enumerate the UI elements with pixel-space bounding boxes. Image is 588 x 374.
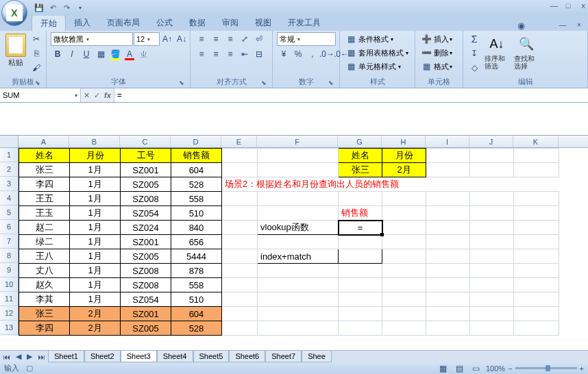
cell[interactable]: 840 bbox=[171, 221, 222, 235]
cell[interactable] bbox=[470, 221, 514, 235]
cell[interactable]: 558 bbox=[171, 192, 222, 206]
fx-icon[interactable]: fx bbox=[104, 91, 111, 99]
col-header-F[interactable]: F bbox=[257, 136, 338, 147]
col-header-E[interactable]: E bbox=[221, 136, 257, 147]
minimize-ribbon-icon[interactable]: — bbox=[556, 18, 569, 31]
cell[interactable] bbox=[514, 307, 559, 321]
row-header-10[interactable]: 10 bbox=[0, 277, 19, 292]
cell[interactable] bbox=[470, 292, 514, 307]
view-pagebreak-icon[interactable]: ▭ bbox=[469, 362, 483, 375]
row-header-13[interactable]: 13 bbox=[0, 321, 19, 335]
sheet-nav-next-icon[interactable]: ▶ bbox=[24, 352, 35, 361]
cell[interactable]: SZ008 bbox=[121, 192, 171, 206]
cell[interactable] bbox=[222, 221, 258, 235]
number-format-combo[interactable]: 常规▾ bbox=[277, 32, 336, 46]
worksheet-grid[interactable]: ABCDEFGHIJK 12345678910111213 姓名月份工号销售额姓… bbox=[0, 136, 588, 336]
office-button[interactable]: X bbox=[1, 0, 27, 26]
cell[interactable] bbox=[470, 264, 514, 278]
cell[interactable] bbox=[514, 321, 559, 336]
col-header-H[interactable]: H bbox=[382, 136, 426, 147]
cell[interactable]: SZ001 bbox=[121, 163, 171, 177]
cell[interactable] bbox=[426, 149, 470, 163]
cell[interactable]: 558 bbox=[171, 278, 222, 292]
cell[interactable]: 王玉 bbox=[19, 206, 70, 221]
row-header-5[interactable]: 5 bbox=[0, 205, 19, 220]
font-name-combo[interactable]: 微软雅黑▾ bbox=[51, 32, 133, 46]
sort-filter-button[interactable]: A↓ 排序和筛选 bbox=[483, 32, 511, 71]
tab-7[interactable]: 开发工具 bbox=[280, 15, 329, 31]
undo-icon[interactable]: ↶ bbox=[47, 2, 59, 14]
cell[interactable] bbox=[258, 235, 339, 249]
col-header-I[interactable]: I bbox=[426, 136, 469, 147]
cell[interactable]: 李其 bbox=[19, 292, 70, 307]
cell[interactable]: SZ008 bbox=[121, 278, 171, 292]
cell[interactable] bbox=[222, 192, 258, 206]
sheet-tab[interactable]: Sheet5 bbox=[193, 351, 230, 362]
namebox-dropdown-icon[interactable]: ▾ bbox=[75, 92, 77, 99]
cell[interactable] bbox=[426, 221, 470, 235]
sheet-tab[interactable]: Sheet1 bbox=[48, 351, 84, 362]
cell[interactable] bbox=[426, 278, 470, 292]
cell[interactable] bbox=[258, 192, 339, 206]
cell[interactable] bbox=[514, 192, 559, 206]
cell[interactable]: 604 bbox=[171, 163, 222, 177]
cell[interactable]: 1月 bbox=[70, 264, 121, 278]
cell[interactable]: 1月 bbox=[70, 278, 121, 292]
sheet-tab[interactable]: Sheet7 bbox=[265, 351, 302, 362]
col-header-D[interactable]: D bbox=[171, 136, 221, 147]
formula-bar[interactable] bbox=[114, 88, 588, 102]
cell[interactable] bbox=[339, 192, 382, 206]
cell[interactable]: 绿二 bbox=[19, 235, 70, 249]
cell[interactable] bbox=[382, 235, 426, 249]
row-header-11[interactable]: 11 bbox=[0, 292, 19, 306]
row-header-2[interactable]: 2 bbox=[0, 162, 19, 177]
cell[interactable] bbox=[426, 163, 470, 177]
cell[interactable]: 李四 bbox=[19, 177, 70, 192]
dialog-launcher-icon[interactable]: ⬊ bbox=[35, 79, 40, 86]
phonetic-icon[interactable]: ㄓ bbox=[137, 47, 151, 61]
zoom-in-icon[interactable]: + bbox=[580, 364, 584, 373]
cell[interactable] bbox=[222, 321, 258, 336]
row-header-1[interactable]: 1 bbox=[0, 148, 19, 162]
sheet-tab[interactable]: Sheet4 bbox=[157, 351, 193, 362]
cell[interactable]: 2月 bbox=[70, 321, 121, 336]
cell[interactable] bbox=[258, 292, 339, 307]
cell[interactable] bbox=[222, 149, 258, 163]
find-select-button[interactable]: 🔍 查找和选择 bbox=[513, 32, 540, 71]
underline-button[interactable]: U bbox=[79, 47, 93, 61]
cell[interactable] bbox=[222, 163, 258, 177]
cell[interactable]: 1月 bbox=[70, 221, 121, 235]
cell[interactable]: 张三 bbox=[19, 307, 70, 321]
row-header-3[interactable]: 3 bbox=[0, 177, 19, 191]
cell[interactable] bbox=[470, 206, 514, 221]
formula-input[interactable] bbox=[117, 90, 585, 100]
tab-6[interactable]: 视图 bbox=[247, 15, 280, 31]
col-header-C[interactable]: C bbox=[120, 136, 171, 147]
format-painter-icon[interactable]: 🖌 bbox=[29, 61, 43, 75]
cell[interactable] bbox=[222, 264, 258, 278]
clear-icon[interactable]: ◇ bbox=[467, 61, 481, 75]
cell[interactable] bbox=[426, 321, 470, 336]
italic-button[interactable]: I bbox=[65, 47, 79, 61]
cell[interactable] bbox=[258, 307, 339, 321]
cell[interactable] bbox=[222, 235, 258, 249]
tab-5[interactable]: 审阅 bbox=[214, 15, 247, 31]
percent-icon[interactable]: % bbox=[291, 47, 305, 61]
cell[interactable] bbox=[426, 235, 470, 249]
cell[interactable] bbox=[258, 163, 339, 177]
cell[interactable] bbox=[514, 235, 559, 249]
cell[interactable] bbox=[382, 264, 426, 278]
cancel-edit-icon[interactable]: ✕ bbox=[84, 91, 90, 100]
align-bottom-icon[interactable]: ≡ bbox=[223, 32, 237, 46]
col-header-J[interactable]: J bbox=[469, 136, 513, 147]
tab-3[interactable]: 公式 bbox=[148, 15, 181, 31]
cell[interactable] bbox=[426, 307, 470, 321]
cell[interactable] bbox=[382, 278, 426, 292]
row-header-8[interactable]: 8 bbox=[0, 249, 19, 263]
cell[interactable]: 销售额 bbox=[171, 149, 222, 163]
cell[interactable]: 1月 bbox=[70, 249, 121, 264]
cell-style-button[interactable]: ▦单元格样式▾ bbox=[344, 60, 401, 73]
cell[interactable] bbox=[514, 292, 559, 307]
cell[interactable]: SZ001 bbox=[121, 235, 171, 249]
cell[interactable] bbox=[258, 278, 339, 292]
